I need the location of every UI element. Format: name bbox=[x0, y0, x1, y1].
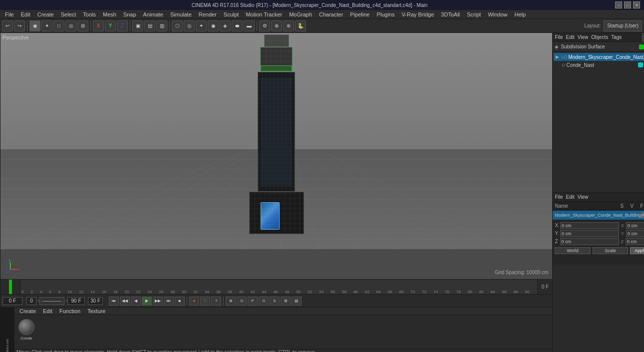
menu-select[interactable]: Select bbox=[58, 11, 79, 18]
coord-x-size[interactable] bbox=[626, 222, 644, 229]
menu-motion-tracker[interactable]: Motion Tracker bbox=[243, 11, 285, 18]
redo-button[interactable]: ↪ bbox=[14, 20, 25, 31]
polygon-mode-button[interactable]: ◎ bbox=[65, 20, 76, 31]
obj-menu-file[interactable]: File bbox=[555, 34, 563, 40]
light-button[interactable]: ✦ bbox=[196, 20, 207, 31]
bottom-menu-edit[interactable]: Edit bbox=[40, 308, 55, 315]
key-scale-button[interactable]: S bbox=[270, 297, 280, 306]
world-button[interactable]: World bbox=[555, 247, 591, 254]
maximize-button[interactable]: □ bbox=[624, 1, 631, 8]
obj-menu-view[interactable]: View bbox=[578, 34, 589, 40]
y-axis-button[interactable]: Y bbox=[105, 20, 116, 31]
viewport[interactable]: View Cameras Display Options Filter Pane… bbox=[0, 33, 552, 279]
obj-search-btn[interactable]: 🔍 bbox=[642, 33, 644, 41]
z-axis-button[interactable]: Z bbox=[117, 20, 128, 31]
vray-btn-1[interactable]: ⚙ bbox=[259, 20, 270, 31]
play-button[interactable]: ▶ bbox=[142, 297, 152, 306]
bottom-menu-function[interactable]: Function bbox=[56, 308, 83, 315]
render-region-button[interactable]: ▣ bbox=[132, 20, 143, 31]
menu-window[interactable]: Window bbox=[485, 11, 510, 18]
menu-script[interactable]: Script bbox=[464, 11, 484, 18]
menu-snap[interactable]: Snap bbox=[120, 11, 139, 18]
mat-menu-file[interactable]: File bbox=[555, 194, 563, 200]
record-active-button[interactable]: ⚫ bbox=[200, 297, 210, 306]
mat-col-name: Name bbox=[555, 203, 620, 209]
layout-selector[interactable]: Startup (User) bbox=[604, 20, 642, 31]
start-frame-input[interactable] bbox=[26, 297, 36, 305]
menu-pipeline[interactable]: Pipeline bbox=[347, 11, 372, 18]
menu-simulate[interactable]: Simulate bbox=[167, 11, 195, 18]
menu-vray[interactable]: V-Ray Bridge bbox=[399, 11, 437, 18]
point-mode-button[interactable]: ✦ bbox=[41, 20, 52, 31]
sphere-button[interactable]: ◎ bbox=[184, 20, 195, 31]
obj-menu-edit[interactable]: Edit bbox=[566, 34, 575, 40]
menu-help[interactable]: Help bbox=[512, 11, 529, 18]
apply-button[interactable]: Apply bbox=[630, 247, 644, 254]
menu-edit[interactable]: Edit bbox=[18, 11, 33, 18]
key-sel-button[interactable]: ⊙ bbox=[237, 297, 247, 306]
menu-3dtoall[interactable]: 3DToAll bbox=[438, 11, 463, 18]
scale-button[interactable]: Scale bbox=[593, 247, 629, 254]
first-frame-button[interactable]: ⏮ bbox=[109, 297, 119, 306]
coord-z-pos[interactable] bbox=[560, 238, 619, 245]
undo-button[interactable]: ↩ bbox=[2, 20, 13, 31]
timeline-button[interactable]: ▤ bbox=[292, 297, 302, 306]
coord-z-size[interactable] bbox=[626, 238, 644, 245]
minimize-button[interactable]: ─ bbox=[615, 1, 622, 8]
menu-tools[interactable]: Tools bbox=[80, 11, 99, 18]
bottom-menu-create[interactable]: Create bbox=[16, 308, 39, 315]
coord-x-pos[interactable] bbox=[560, 222, 619, 229]
render-view-button[interactable]: ▤ bbox=[144, 20, 155, 31]
python-btn[interactable]: 🐍 bbox=[295, 20, 306, 31]
x-axis-button[interactable]: X bbox=[93, 20, 104, 31]
loop-button[interactable]: ? bbox=[211, 297, 221, 306]
menu-render[interactable]: Render bbox=[196, 11, 220, 18]
menu-mesh[interactable]: Mesh bbox=[100, 11, 119, 18]
subdivision-surface-item[interactable]: ◈ Subdivision Surface bbox=[553, 42, 644, 52]
current-frame-input[interactable] bbox=[2, 297, 22, 305]
tree-node-conde[interactable]: ◇ Conde_Nast bbox=[554, 61, 644, 69]
menu-mograph[interactable]: MoGraph bbox=[286, 11, 315, 18]
record-button[interactable]: ● bbox=[189, 297, 199, 306]
stop-button[interactable]: ■ bbox=[175, 297, 185, 306]
edge-mode-button[interactable]: □ bbox=[53, 20, 64, 31]
mat-menu-view[interactable]: View bbox=[578, 194, 589, 200]
end-frame-input[interactable] bbox=[67, 297, 85, 305]
menu-animate[interactable]: Animate bbox=[140, 11, 166, 18]
menu-file[interactable]: File bbox=[2, 11, 17, 18]
key-pos-button[interactable]: P bbox=[248, 297, 258, 306]
close-button[interactable]: ✕ bbox=[633, 1, 640, 8]
key-param-button[interactable]: ⊞ bbox=[281, 297, 291, 306]
material-row-building[interactable]: Modern_Skyscraper_Conde_Nast_Building P … bbox=[553, 211, 644, 220]
bottom-menu-texture[interactable]: Texture bbox=[84, 308, 108, 315]
next-frame-button[interactable]: ▶▶ bbox=[153, 297, 163, 306]
tree-node-building[interactable]: ▶ LO Modern_Skyscraper_Conde_Nast_Buildi… bbox=[554, 53, 644, 61]
fps-input[interactable] bbox=[88, 297, 103, 305]
model-mode-button[interactable]: ◉ bbox=[29, 20, 40, 31]
play-reverse-button[interactable]: ◀ bbox=[131, 297, 141, 306]
key-rot-button[interactable]: ⊙ bbox=[259, 297, 269, 306]
uv-mode-button[interactable]: ⊞ bbox=[77, 20, 88, 31]
material-button[interactable]: ◈ bbox=[220, 20, 231, 31]
obj-menu-tags[interactable]: Tags bbox=[611, 34, 622, 40]
last-frame-button[interactable]: ⏭ bbox=[164, 297, 174, 306]
menu-plugins[interactable]: Plugins bbox=[373, 11, 397, 18]
prev-frame-button[interactable]: ◀◀ bbox=[120, 297, 130, 306]
sky-button[interactable]: ⬬ bbox=[232, 20, 243, 31]
key-all-button[interactable]: ⊕ bbox=[226, 297, 236, 306]
vray-btn-3[interactable]: ⊕ bbox=[283, 20, 294, 31]
render-picture-viewer-button[interactable]: ▥ bbox=[156, 20, 167, 31]
coord-y-pos[interactable] bbox=[560, 230, 619, 237]
coord-y-size[interactable] bbox=[626, 230, 644, 237]
floor-button[interactable]: ▬ bbox=[244, 20, 255, 31]
vray-btn-2[interactable]: ⊕ bbox=[271, 20, 282, 31]
menu-create[interactable]: Create bbox=[34, 11, 57, 18]
camera-button[interactable]: ◉ bbox=[208, 20, 219, 31]
menu-sculpt[interactable]: Sculpt bbox=[221, 11, 242, 18]
material-preview[interactable]: Conde bbox=[16, 317, 36, 347]
timeline-ruler[interactable]: 0 2 4 6 8 10 12 14 16 18 20 22 24 26 bbox=[20, 280, 537, 294]
mat-menu-edit[interactable]: Edit bbox=[566, 194, 575, 200]
cube-button[interactable]: ⬡ bbox=[172, 20, 183, 31]
menu-character[interactable]: Character bbox=[316, 11, 346, 18]
obj-menu-objects[interactable]: Objects bbox=[591, 34, 608, 40]
